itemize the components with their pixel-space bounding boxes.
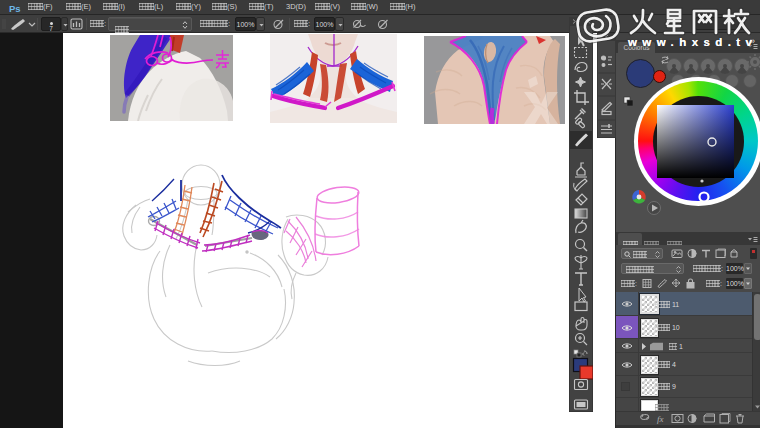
svg-text:»: » <box>750 36 755 46</box>
svg-text:www.hxsd.tv: www.hxsd.tv <box>627 36 757 48</box>
svg-text:fx: fx <box>657 414 664 424</box>
